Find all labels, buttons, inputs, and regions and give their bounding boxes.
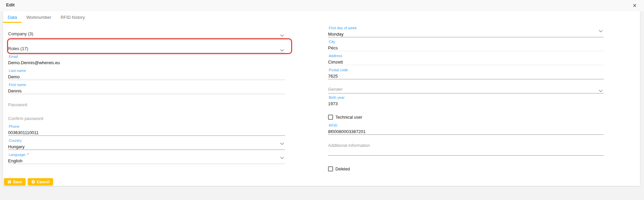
email-field: Email Demo.Dennis@whereis.eu	[8, 54, 285, 66]
company-select-label: Company (3)	[8, 31, 33, 36]
country-select[interactable]: Country Hungary	[8, 138, 285, 150]
last-name-input[interactable]: Demo	[8, 74, 285, 80]
city-field: City Pécs	[328, 39, 604, 51]
gender-select-placeholder: Gender	[328, 87, 342, 92]
language-value: English	[8, 158, 285, 164]
chevron-down-icon	[280, 48, 284, 53]
close-icon: ×	[633, 2, 637, 9]
email-value: Demo.Dennis@whereis.eu	[8, 60, 285, 66]
postal-code-label: Postal code	[328, 68, 604, 72]
first-name-label: First name	[8, 82, 285, 87]
additional-information-input[interactable]: Additional information	[328, 143, 604, 148]
last-name-label: Last name	[8, 68, 285, 73]
required-marker: *	[27, 153, 29, 157]
edit-dialog: Edit × Data Worknumber RFID history Comp…	[0, 0, 644, 200]
page-title: Edit	[6, 2, 15, 7]
last-name-field: Last name Demo	[8, 68, 285, 80]
chevron-down-icon	[599, 28, 603, 34]
form-card: Data Worknumber RFID history Company (3)…	[3, 11, 640, 186]
phone-field: Phone 0036301110011	[8, 124, 285, 136]
city-input[interactable]: Pécs	[328, 45, 604, 51]
close-button[interactable]: ×	[631, 1, 638, 10]
postal-code-field: Postal code 7625	[328, 68, 604, 79]
country-value: Hungary	[8, 144, 285, 150]
first-name-field: First name Dennis	[8, 82, 285, 94]
rfid-label: RFID	[328, 123, 604, 128]
phone-input[interactable]: 0036301110011	[8, 130, 285, 135]
deleted-checkbox-row[interactable]: Deleted	[328, 166, 350, 171]
password-input[interactable]: Password	[8, 102, 285, 108]
birth-year-value: 1973	[328, 101, 604, 107]
cancel-button-label: Cancel	[37, 180, 50, 184]
deleted-checkbox[interactable]	[328, 166, 333, 171]
first-day-of-week-label: First day of week	[328, 26, 604, 30]
birth-year-field: Birth year 1973	[328, 95, 604, 107]
cancel-icon	[31, 180, 35, 184]
phone-label: Phone	[8, 124, 285, 129]
address-label: Address	[328, 53, 604, 58]
action-buttons: Save Cancel	[4, 178, 53, 185]
confirm-password-field: Confirm password	[8, 115, 285, 121]
dialog-header: Edit ×	[0, 0, 644, 11]
form-column-right: First day of week Monday City Pécs Addre…	[328, 11, 604, 186]
chevron-down-icon	[280, 141, 284, 147]
chevron-down-icon	[280, 155, 284, 161]
technical-user-checkbox-label: Technical user	[335, 115, 362, 120]
save-button[interactable]: Save	[4, 178, 25, 185]
birth-year-label: Birth year	[328, 95, 604, 100]
first-day-of-week-value: Monday	[328, 31, 604, 37]
language-select[interactable]: Language: * English	[8, 152, 285, 164]
first-name-input[interactable]: Dennis	[8, 88, 285, 94]
save-icon	[7, 180, 11, 184]
password-field: Password	[8, 101, 285, 108]
country-label: Country	[8, 138, 285, 143]
first-day-of-week-select[interactable]: First day of week Monday	[328, 26, 604, 37]
technical-user-checkbox[interactable]	[328, 115, 333, 120]
additional-information-field: Additional information	[328, 143, 604, 156]
rfid-field: RFID 8f00080003387201	[328, 123, 604, 135]
confirm-password-input[interactable]: Confirm password	[8, 116, 285, 121]
deleted-checkbox-label: Deleted	[335, 167, 350, 171]
technical-user-checkbox-row[interactable]: Technical user	[328, 115, 362, 120]
rfid-input[interactable]: 8f00080003387201	[328, 129, 604, 134]
chevron-down-icon	[280, 33, 284, 38]
form-column-left: Company (3) Roles (17) Email Demo.Dennis…	[8, 11, 285, 186]
save-button-label: Save	[13, 180, 22, 184]
postal-code-input[interactable]: 7625	[328, 73, 604, 79]
cancel-button[interactable]: Cancel	[28, 178, 53, 185]
company-select[interactable]: Company (3)	[8, 30, 285, 38]
chevron-down-icon	[599, 88, 603, 93]
roles-select[interactable]: Roles (17)	[8, 45, 285, 53]
city-label: City	[328, 39, 604, 44]
address-field: Address Cimzett	[328, 53, 604, 65]
gender-select[interactable]: Gender	[328, 86, 604, 93]
address-input[interactable]: Cimzett	[328, 59, 604, 65]
roles-select-label: Roles (17)	[8, 46, 28, 51]
email-label: Email	[8, 54, 285, 59]
language-label: Language: *	[8, 152, 285, 157]
